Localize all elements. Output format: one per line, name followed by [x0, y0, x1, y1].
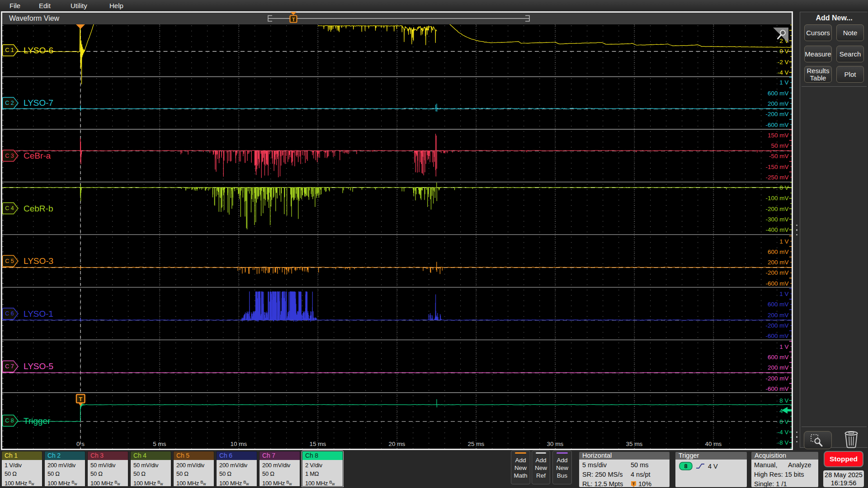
- svg-text:15 ms: 15 ms: [310, 441, 326, 447]
- svg-text:-400 mV: -400 mV: [765, 226, 788, 233]
- svg-text:200 mV: 200 mV: [768, 100, 789, 107]
- svg-text:35 ms: 35 ms: [626, 441, 643, 447]
- svg-text:600 mV: 600 mV: [768, 249, 789, 255]
- svg-text:Trigger: Trigger: [24, 416, 51, 426]
- svg-text:-4 V: -4 V: [778, 429, 789, 436]
- svg-text:-50 mV: -50 mV: [769, 153, 789, 160]
- svg-text:C 1: C 1: [5, 47, 14, 53]
- svg-text:CeBr-a: CeBr-a: [24, 151, 51, 160]
- svg-text:-200 mV: -200 mV: [765, 206, 788, 212]
- svg-text:30 ms: 30 ms: [547, 441, 564, 447]
- svg-text:-100 mV: -100 mV: [765, 195, 788, 202]
- svg-text:-200 mV: -200 mV: [765, 375, 788, 382]
- svg-text:T: T: [292, 17, 295, 22]
- svg-text:0 V: 0 V: [779, 48, 788, 55]
- svg-text:600 mV: 600 mV: [768, 354, 789, 361]
- svg-text:20 ms: 20 ms: [389, 441, 406, 447]
- svg-text:-600 mV: -600 mV: [765, 280, 788, 287]
- svg-text:40 ms: 40 ms: [705, 441, 722, 447]
- svg-text:-200 mV: -200 mV: [765, 111, 788, 117]
- svg-text:C 8: C 8: [5, 418, 14, 424]
- svg-text:-600 mV: -600 mV: [765, 333, 788, 339]
- svg-text:1 V: 1 V: [779, 79, 788, 86]
- svg-text:150 mV: 150 mV: [768, 132, 789, 139]
- svg-text:8: 8: [684, 463, 687, 469]
- svg-text:C 4: C 4: [5, 205, 14, 211]
- svg-text:200 mV: 200 mV: [768, 364, 789, 371]
- svg-text:200 mV: 200 mV: [768, 259, 789, 266]
- svg-text:-250 mV: -250 mV: [765, 174, 788, 181]
- svg-text:5 ms: 5 ms: [153, 441, 166, 447]
- svg-text:T: T: [79, 396, 82, 403]
- svg-text:-2 V: -2 V: [778, 59, 789, 66]
- svg-text:0 V: 0 V: [779, 418, 788, 425]
- svg-text:C 5: C 5: [5, 258, 14, 264]
- svg-text:-200 mV: -200 mV: [765, 269, 788, 276]
- svg-text:LYSO-1: LYSO-1: [24, 309, 53, 319]
- svg-text:-150 mV: -150 mV: [765, 164, 788, 170]
- svg-text:-8 V: -8 V: [778, 439, 789, 446]
- svg-text:8 V: 8 V: [779, 397, 788, 404]
- svg-text:1 V: 1 V: [779, 343, 788, 350]
- svg-text:-300 mV: -300 mV: [765, 216, 788, 223]
- svg-text:C 7: C 7: [5, 363, 14, 370]
- svg-text:0 V: 0 V: [779, 184, 788, 191]
- svg-text:LYSO-3: LYSO-3: [24, 256, 53, 266]
- svg-text:1 V: 1 V: [779, 238, 788, 245]
- svg-text:C 3: C 3: [5, 153, 14, 159]
- svg-text:-4 V: -4 V: [778, 69, 789, 76]
- svg-text:-600 mV: -600 mV: [765, 122, 788, 128]
- svg-text:1 V: 1 V: [779, 291, 788, 297]
- svg-text:600 mV: 600 mV: [768, 301, 789, 308]
- svg-text:50 mV: 50 mV: [771, 142, 788, 149]
- svg-text:-200 mV: -200 mV: [765, 322, 788, 329]
- svg-text:LYSO-6: LYSO-6: [24, 46, 53, 55]
- svg-text:C 2: C 2: [5, 100, 14, 106]
- svg-text:600 mV: 600 mV: [768, 90, 789, 97]
- svg-text:LYSO-5: LYSO-5: [24, 361, 53, 371]
- svg-text:10 ms: 10 ms: [231, 441, 247, 447]
- svg-text:200 mV: 200 mV: [768, 312, 789, 319]
- svg-text:-600 mV: -600 mV: [765, 385, 788, 392]
- svg-text:0 s: 0 s: [76, 441, 85, 447]
- svg-text:C 6: C 6: [5, 310, 14, 317]
- svg-text:LYSO-7: LYSO-7: [24, 98, 53, 108]
- svg-text:T: T: [632, 482, 635, 486]
- svg-text:25 ms: 25 ms: [468, 441, 485, 447]
- svg-text:CebR-b: CebR-b: [24, 204, 53, 213]
